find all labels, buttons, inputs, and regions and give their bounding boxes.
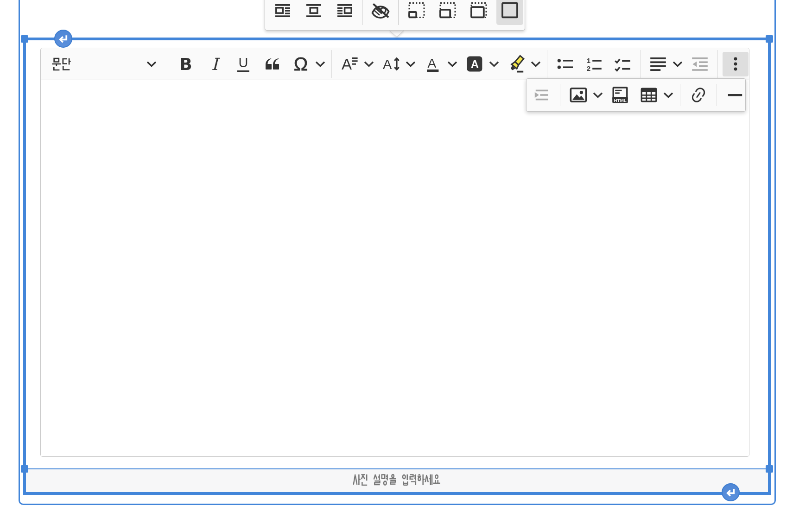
image-wrap-right-button[interactable] xyxy=(331,0,358,25)
highlight-icon xyxy=(507,55,526,73)
font-size-button[interactable]: A xyxy=(378,52,404,76)
font-size-dropdown-arrow[interactable] xyxy=(404,52,417,76)
image-wrap-left-button[interactable] xyxy=(269,0,296,25)
font-family-button[interactable]: A xyxy=(336,52,362,76)
image-wrap-right-icon xyxy=(336,1,354,19)
numbered-list-button[interactable]: 12 xyxy=(581,52,607,76)
toolbar-separator xyxy=(640,50,641,78)
resize-handle-top-left[interactable] xyxy=(21,35,28,43)
insert-paragraph-icon xyxy=(725,486,736,498)
chevron-down-icon xyxy=(528,56,544,72)
bulleted-list-icon xyxy=(556,55,574,73)
special-characters-icon: Ω xyxy=(294,53,308,75)
resize-image-small-button[interactable] xyxy=(403,0,430,25)
svg-text:A: A xyxy=(383,57,392,72)
image-caption-field[interactable]: 사진 설명을 입력하세요 xyxy=(26,468,768,492)
special-characters-glyph: Ω xyxy=(294,53,308,75)
editor-toolbar: 문단 BIUΩAAAA12 xyxy=(41,48,749,80)
more-options-icon xyxy=(726,55,745,73)
toolbar-separator xyxy=(398,0,399,25)
insert-image-icon xyxy=(569,86,588,104)
toolbar-separator xyxy=(717,50,718,78)
font-family-dropdown-arrow[interactable] xyxy=(362,52,375,76)
resize-handle-bottom-right[interactable] xyxy=(766,465,773,473)
resize-handle-bottom-left[interactable] xyxy=(21,465,28,473)
horizontal-line-button[interactable] xyxy=(722,82,748,108)
visibility-off-button[interactable] xyxy=(367,0,394,25)
highlight-dropdown-arrow[interactable] xyxy=(529,52,542,76)
resize-image-large-icon xyxy=(469,1,488,19)
editor-content-area[interactable] xyxy=(41,80,749,456)
indent-button[interactable] xyxy=(529,82,555,108)
chevron-down-icon xyxy=(660,87,676,103)
block-quote-icon xyxy=(263,55,281,73)
insert-paragraph-after-button[interactable] xyxy=(722,483,740,501)
outdent-icon xyxy=(691,55,709,73)
text-alignment-button[interactable] xyxy=(645,52,671,76)
italic-icon: I xyxy=(211,55,218,74)
svg-text:A: A xyxy=(342,56,352,73)
font-background-color-dropdown-arrow[interactable] xyxy=(488,52,501,76)
toolbar-separator xyxy=(717,84,717,106)
text-alignment-icon xyxy=(649,55,667,73)
toolbar-separator xyxy=(560,84,560,106)
resize-image-original-icon xyxy=(501,1,519,19)
toolbar-separator xyxy=(331,50,332,78)
font-size-icon: A xyxy=(382,55,400,73)
heading-dropdown-label-wrap: 문단 xyxy=(52,57,71,71)
svg-text:HTML: HTML xyxy=(614,98,627,103)
heading-dropdown-label: 문단 xyxy=(52,57,78,75)
resize-image-medium-icon xyxy=(438,1,457,19)
font-family-icon: A xyxy=(340,55,359,73)
font-color-dropdown-arrow[interactable] xyxy=(446,52,459,76)
more-options-button[interactable] xyxy=(723,52,749,76)
resize-image-original-button[interactable] xyxy=(496,0,523,25)
image-wrap-center-button[interactable] xyxy=(300,0,327,25)
heading-dropdown[interactable]: 문단 xyxy=(46,52,163,76)
indent-icon xyxy=(533,86,551,104)
caption-placeholder-text: 사진 설명을 입력하세요 xyxy=(353,475,490,493)
link-button[interactable] xyxy=(685,82,711,108)
link-icon xyxy=(689,86,708,104)
image-wrap-center-icon xyxy=(304,1,323,19)
insert-image-button[interactable] xyxy=(565,82,591,108)
italic-glyph: I xyxy=(211,55,218,74)
bold-button[interactable]: B xyxy=(173,52,199,76)
resize-handle-top-right[interactable] xyxy=(766,35,773,43)
html-embed-button[interactable]: HTML xyxy=(607,82,633,108)
toolbar-separator xyxy=(680,84,680,106)
special-characters-dropdown-arrow[interactable] xyxy=(314,52,327,76)
svg-text:A: A xyxy=(471,58,479,70)
image-wrap-left-icon xyxy=(273,1,292,19)
font-background-color-button[interactable]: A xyxy=(462,52,488,76)
insert-paragraph-before-button[interactable] xyxy=(54,30,72,48)
bulleted-list-button[interactable] xyxy=(552,52,578,76)
special-characters-button[interactable]: Ω xyxy=(288,52,314,76)
font-background-color-icon: A xyxy=(465,55,484,73)
font-color-icon: A xyxy=(424,55,442,73)
toolbar-separator xyxy=(168,50,168,78)
resize-image-large-button[interactable] xyxy=(465,0,492,25)
italic-button[interactable]: I xyxy=(202,52,228,76)
underline-button[interactable]: U xyxy=(230,52,256,76)
chevron-down-icon xyxy=(312,56,328,72)
visibility-off-icon xyxy=(371,1,390,19)
block-quote-button[interactable] xyxy=(259,52,285,76)
chevron-down-icon xyxy=(590,87,606,103)
chevron-down-icon xyxy=(144,56,159,72)
outdent-button[interactable] xyxy=(687,52,713,76)
caption-content: 사진 설명을 입력하세요 xyxy=(353,475,440,486)
toolbar-separator xyxy=(362,0,363,25)
insert-table-button[interactable] xyxy=(636,82,662,108)
chevron-down-icon xyxy=(403,56,419,72)
highlight-button[interactable] xyxy=(503,52,529,76)
resize-image-medium-button[interactable] xyxy=(434,0,461,25)
insert-table-dropdown-arrow[interactable] xyxy=(662,82,675,108)
font-color-button[interactable]: A xyxy=(420,52,446,76)
todo-list-button[interactable] xyxy=(609,52,635,76)
balloon-arrow xyxy=(389,31,404,37)
chevron-down-icon xyxy=(670,56,685,72)
text-alignment-dropdown-arrow[interactable] xyxy=(671,52,684,76)
insert-image-dropdown-arrow[interactable] xyxy=(591,82,604,108)
underline-glyph: U xyxy=(237,56,250,72)
